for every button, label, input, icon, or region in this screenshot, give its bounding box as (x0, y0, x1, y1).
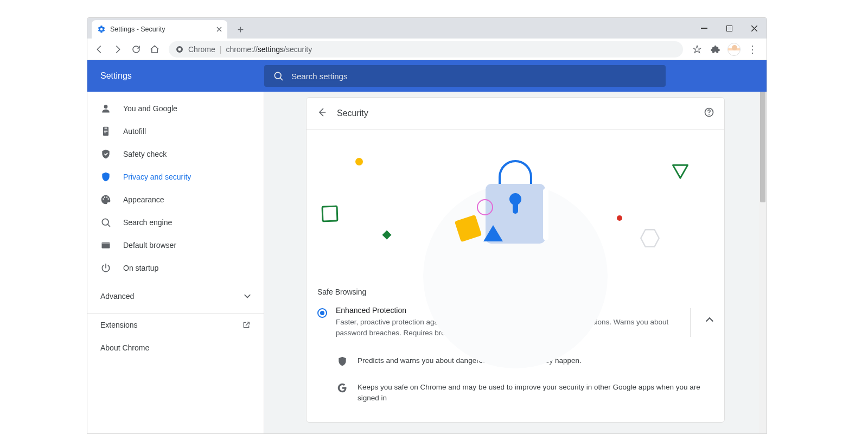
window-controls (692, 18, 767, 39)
content-root: Settings You and Google Autofill (87, 60, 767, 433)
reload-button[interactable] (127, 41, 145, 58)
chrome-menu-button[interactable]: ⋮ (744, 41, 761, 58)
sidebar-item-label: Default browser (123, 241, 176, 250)
deco-square-icon (321, 205, 338, 222)
settings-topbar: Settings (87, 60, 767, 92)
help-button[interactable] (704, 107, 714, 120)
shield-check-icon (100, 149, 111, 159)
about-label: About Chrome (100, 343, 149, 352)
advanced-label: Advanced (100, 292, 134, 301)
person-icon (100, 103, 111, 114)
sidebar-item-label: Safety check (123, 150, 167, 158)
settings-search[interactable] (264, 65, 666, 87)
main-column: Security (264, 92, 767, 433)
page-title: Security (337, 108, 694, 118)
tab-title: Settings - Security (110, 25, 212, 33)
radio-enhanced[interactable] (317, 308, 327, 339)
open-external-icon (242, 321, 251, 329)
extensions-button[interactable] (707, 41, 724, 58)
svg-point-2 (275, 72, 281, 79)
sidebar-item-privacy-security[interactable]: Privacy and security (87, 165, 258, 188)
maximize-button[interactable] (717, 18, 742, 39)
browser-toolbar: Chrome | chrome://settings/security ⋮ (87, 39, 767, 60)
home-button[interactable] (146, 41, 163, 58)
sidebar-link-extensions[interactable]: Extensions (87, 314, 264, 336)
sidebar-item-label: Appearance (123, 195, 164, 204)
browser-window: Settings - Security Chrome | chrome://se… (87, 17, 767, 434)
svg-point-1 (178, 48, 181, 50)
search-icon (100, 217, 111, 228)
sidebar-item-autofill[interactable]: Autofill (87, 120, 258, 143)
chevron-up-icon (706, 316, 713, 323)
minimize-button[interactable] (692, 18, 717, 39)
gear-icon (97, 25, 106, 34)
sidebar-item-label: On startup (123, 264, 158, 272)
address-bar[interactable]: Chrome | chrome://settings/security (169, 41, 683, 58)
forward-button[interactable] (109, 41, 126, 58)
power-icon (100, 263, 111, 273)
sidebar-item-label: Privacy and security (123, 173, 191, 181)
sidebar-item-appearance[interactable]: Appearance (87, 188, 258, 211)
tab-settings-security[interactable]: Settings - Security (92, 20, 227, 39)
svg-rect-6 (102, 242, 110, 244)
settings-title: Settings (100, 71, 264, 81)
extensions-label: Extensions (100, 321, 137, 329)
expand-toggle[interactable] (706, 306, 713, 339)
deco-triangle-icon (483, 225, 503, 241)
deco-dot-icon (617, 215, 622, 221)
palette-icon (100, 194, 111, 205)
url-text: chrome://settings/security (226, 45, 312, 54)
browser-icon (100, 240, 111, 251)
sidebar-item-on-startup[interactable]: On startup (87, 257, 258, 279)
deco-circle-icon (477, 199, 493, 215)
security-card: Security (306, 97, 725, 423)
shield-icon (100, 171, 111, 182)
bookmark-button[interactable] (688, 41, 706, 58)
vertical-scrollbar[interactable] (759, 60, 767, 433)
sidebar-item-label: You and Google (123, 104, 177, 113)
clipboard-icon (100, 126, 111, 137)
close-window-button[interactable] (742, 18, 767, 39)
sidebar-item-label: Search engine (123, 218, 172, 227)
card-back-button[interactable] (316, 107, 327, 120)
svg-point-3 (104, 105, 108, 108)
sidebar-link-about[interactable]: About Chrome (87, 336, 264, 359)
sidebar-item-label: Autofill (123, 127, 146, 136)
card-header: Security (307, 98, 724, 129)
google-g-icon (337, 382, 348, 393)
detail-item: Keeps you safe on Chrome and may be used… (337, 374, 713, 412)
sidebar-item-safety-check[interactable]: Safety check (87, 143, 258, 165)
search-icon (273, 71, 284, 81)
sidebar-item-default-browser[interactable]: Default browser (87, 234, 258, 257)
profile-button[interactable] (725, 41, 743, 58)
settings-search-input[interactable] (291, 72, 657, 81)
avatar (727, 43, 741, 56)
sidebar-advanced-toggle[interactable]: Advanced (87, 285, 264, 308)
svg-point-4 (102, 219, 108, 225)
sidebar-item-you-and-google[interactable]: You and Google (87, 97, 258, 120)
sidebar-item-search-engine[interactable]: Search engine (87, 211, 258, 234)
chevron-down-icon (244, 293, 251, 299)
back-button[interactable] (91, 41, 108, 58)
deco-dot-icon (355, 158, 363, 165)
sidebar: You and Google Autofill Safety check Pri… (87, 92, 264, 433)
deco-diamond-icon (382, 231, 392, 240)
origin-label: Chrome (188, 45, 215, 54)
close-tab-button[interactable] (216, 24, 222, 34)
new-tab-button[interactable] (233, 20, 248, 39)
tab-strip: Settings - Security (87, 18, 767, 39)
chrome-origin-icon (175, 45, 184, 54)
deco-hexagon-icon (639, 227, 661, 252)
shield-icon (337, 356, 348, 367)
security-illustration (307, 129, 724, 277)
